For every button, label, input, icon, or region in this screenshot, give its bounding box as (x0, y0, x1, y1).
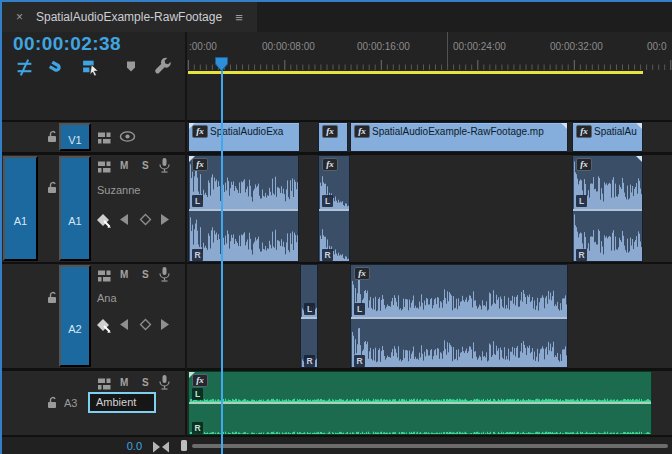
premiere-timeline-panel: × SpatialAudioExample-RawFootage ≡ 00:00… (0, 0, 672, 454)
next-keyframe-icon[interactable] (160, 318, 170, 334)
fx-badge[interactable]: fx (576, 158, 592, 171)
left-channel-badge: L (354, 303, 365, 315)
playhead[interactable] (221, 68, 223, 454)
ruler-divider-line (447, 32, 448, 66)
clip-label: SpatialAu (594, 126, 637, 137)
channel-separator (189, 402, 651, 404)
lock-track-icon[interactable] (45, 129, 59, 147)
fx-badge[interactable]: fx (354, 267, 370, 280)
work-area-bar[interactable] (188, 71, 643, 74)
playhead-timecode[interactable]: 00:00:02:38 (13, 33, 121, 55)
track-target-a3[interactable]: A3 (64, 397, 77, 409)
add-marker-button[interactable] (117, 56, 145, 78)
voiceover-mic-icon[interactable] (158, 374, 171, 394)
voiceover-mic-icon[interactable] (158, 157, 171, 177)
video-clip[interactable]: fx (318, 122, 348, 152)
audio-clip[interactable]: fxLR (188, 371, 652, 435)
video-clip[interactable]: fxSpatialAudioExa (188, 122, 300, 152)
track-name[interactable]: Ana (97, 292, 117, 304)
nest-toggle-button[interactable] (10, 56, 38, 78)
track-content-a2[interactable]: LRfxLR (187, 264, 672, 368)
fx-badge[interactable]: fx (322, 158, 338, 171)
left-channel-badge: L (192, 195, 203, 207)
track-name-input[interactable]: Ambient (88, 392, 156, 413)
source-assign-a1[interactable]: A1 (3, 156, 38, 261)
mute-track-button[interactable]: M (120, 377, 128, 388)
track-content-a1[interactable]: fxLRfxLRfxLR (187, 155, 672, 262)
zoom-level-value[interactable]: 0.0 (98, 440, 142, 452)
track-header-a2: A2 M S Ana (2, 264, 185, 368)
channel-separator (189, 209, 298, 211)
linked-selection-button[interactable] (77, 56, 105, 78)
snap-button[interactable] (42, 56, 70, 78)
add-keyframe-icon[interactable] (139, 213, 152, 229)
voiceover-mic-icon[interactable] (158, 266, 171, 286)
fit-to-window-icon[interactable] (152, 441, 170, 454)
timeline-ruler[interactable]: :00:0000:00:08:0000:00:16:0000:00:24:000… (187, 32, 672, 80)
panel-focus-border (0, 0, 672, 2)
lock-track-icon[interactable] (45, 180, 59, 198)
track-header-a3: A3 M S Ambient (2, 371, 185, 435)
ruler-label: 00:00:32:00 (550, 41, 603, 52)
source-patch-icon[interactable] (97, 130, 112, 148)
source-patch-icon[interactable] (97, 159, 112, 177)
scrollbar-grip[interactable] (181, 440, 187, 451)
track-content-a3[interactable]: fxLR (187, 371, 672, 435)
track-target-a2[interactable]: A2 (59, 265, 91, 367)
mute-track-button[interactable]: M (120, 160, 128, 171)
lock-track-icon[interactable] (45, 290, 59, 308)
source-patch-icon[interactable] (97, 268, 112, 286)
clip-corner-fold (189, 156, 195, 162)
track-name[interactable]: Suzanne (97, 184, 140, 196)
solo-track-button[interactable]: S (142, 377, 149, 388)
write-keyframes-icon[interactable] (95, 212, 112, 232)
ruler-label: :00:00 (189, 41, 217, 52)
panel-menu-icon[interactable]: ≡ (235, 10, 243, 25)
playhead-head[interactable] (215, 57, 228, 72)
marker-icon (122, 58, 140, 76)
toggle-track-output-eye-icon[interactable] (119, 130, 136, 146)
clip-corner-fold (189, 123, 195, 129)
write-keyframes-icon[interactable] (95, 317, 112, 337)
video-clip[interactable]: fxSpatialAu (572, 122, 643, 152)
track-target-v1[interactable]: V1 (59, 123, 91, 151)
audio-clip[interactable]: fxLR (318, 155, 350, 262)
clip-corner-fold (636, 123, 642, 129)
solo-track-button[interactable]: S (142, 269, 149, 280)
audio-clip[interactable]: fxLR (572, 155, 643, 262)
left-channel-badge: L (192, 388, 203, 400)
add-keyframe-icon[interactable] (139, 318, 152, 334)
clip-corner-fold (561, 123, 567, 129)
previous-keyframe-icon[interactable] (119, 213, 129, 229)
fx-badge[interactable]: fx (576, 125, 592, 138)
fx-badge[interactable]: fx (354, 125, 370, 138)
panel-focus-border (0, 2, 2, 454)
next-keyframe-icon[interactable] (160, 213, 170, 229)
mute-track-button[interactable]: M (120, 269, 128, 280)
solo-track-button[interactable]: S (142, 160, 149, 171)
channel-separator (573, 209, 642, 211)
clip-label: SpatialAudioExample-RawFootage.mp (372, 126, 544, 137)
audio-clip[interactable]: fxLR (188, 155, 299, 262)
track-target-a1[interactable]: A1 (59, 156, 91, 261)
tab-bar: × SpatialAudioExample-RawFootage ≡ (0, 2, 672, 32)
fx-badge[interactable]: fx (322, 125, 338, 138)
wrench-icon (153, 57, 173, 77)
audio-clip[interactable]: LR (300, 264, 318, 368)
sequence-tab-title: SpatialAudioExample-RawFootage (36, 10, 222, 24)
horizontal-scrollbar[interactable] (192, 444, 668, 448)
left-channel-badge: L (322, 195, 333, 207)
timeline-footer: 0.0 (0, 437, 672, 454)
video-clip[interactable]: fxSpatialAudioExample-RawFootage.mp (350, 122, 568, 152)
sequence-tab[interactable]: × SpatialAudioExample-RawFootage ≡ (2, 2, 257, 32)
clip-corner-fold (189, 372, 195, 378)
ruler-label: 00:00:16:00 (357, 41, 410, 52)
track-content-v1[interactable]: fxSpatialAudioExafxfxSpatialAudioExample… (187, 122, 672, 152)
close-tab-icon[interactable]: × (16, 10, 23, 24)
audio-clip[interactable]: fxLR (350, 264, 568, 368)
timeline-settings-button[interactable] (149, 56, 177, 78)
right-channel-badge: R (322, 249, 333, 261)
previous-keyframe-icon[interactable] (119, 318, 129, 334)
lock-track-icon[interactable] (45, 395, 59, 413)
left-channel-badge: L (576, 195, 587, 207)
